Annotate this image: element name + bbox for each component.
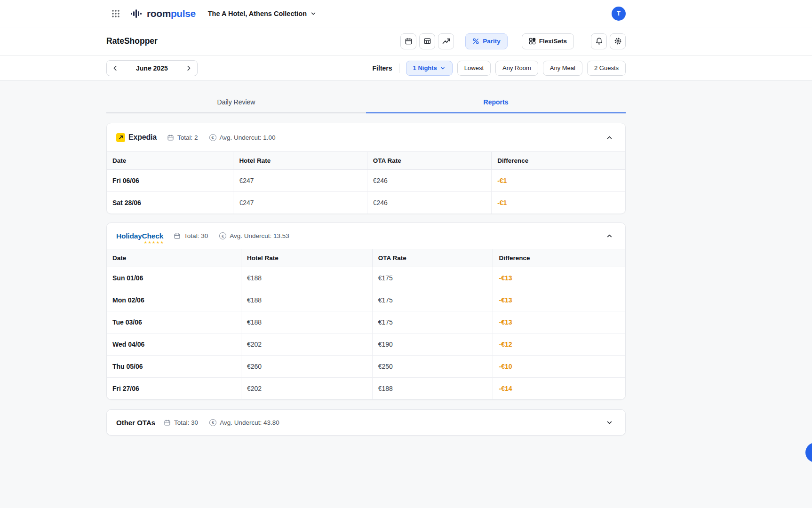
brand-logo[interactable]: roompulse xyxy=(130,8,196,19)
chevron-down-icon xyxy=(606,419,613,426)
date-cell: Tue 03/06 xyxy=(107,311,241,333)
column-header-hotel-rate: Hotel Rate xyxy=(241,249,372,267)
filter-bar: June 2025 Filters 1 Nights Lowest Any xyxy=(0,56,812,81)
date-cell: Fri 06/06 xyxy=(107,170,233,192)
hotel-selector[interactable]: The A Hotel, Athens Collection xyxy=(208,10,317,17)
expedia-card: Expedia Total: 2 € Avg. Undercut: 1.00 xyxy=(106,123,626,214)
settings-button[interactable] xyxy=(610,33,626,49)
table-icon xyxy=(423,37,431,45)
next-month-button[interactable] xyxy=(180,61,197,76)
chat-fab-button[interactable] xyxy=(805,443,812,462)
difference-cell: -€13 xyxy=(493,289,625,311)
chevron-down-icon xyxy=(310,10,317,17)
flexisets-label: FlexiSets xyxy=(539,38,567,45)
ota-rate-cell: €246 xyxy=(367,170,491,192)
table-row: Thu 05/06 €260 €250 -€10 xyxy=(107,356,625,378)
page-title: RateShopper xyxy=(106,36,158,46)
hotel-rate-cell: €247 xyxy=(233,192,367,214)
hotel-selector-label: The A Hotel, Athens Collection xyxy=(208,10,307,17)
total-label: Total: 30 xyxy=(184,232,208,239)
table-row: Sun 01/06 €188 €175 -€13 xyxy=(107,267,625,289)
filters-label: Filters xyxy=(373,64,392,72)
date-cell: Thu 05/06 xyxy=(107,356,241,378)
ota-rate-cell: €175 xyxy=(372,289,493,311)
hotel-rate-cell: €202 xyxy=(241,378,372,400)
total-label: Total: 30 xyxy=(174,419,198,426)
notifications-button[interactable] xyxy=(591,33,607,49)
any-room-filter-button[interactable]: Any Room xyxy=(495,61,538,76)
table-row: Wed 04/06 €202 €190 -€12 xyxy=(107,333,625,356)
gear-icon xyxy=(614,37,622,45)
calendar-icon xyxy=(174,232,181,239)
undercut-label: Avg. Undercut: 13.53 xyxy=(230,232,289,239)
hotel-rate-cell: €188 xyxy=(241,311,372,333)
difference-cell: -€1 xyxy=(492,192,625,214)
report-tabs: Daily Review Reports xyxy=(106,92,626,113)
tab-reports[interactable]: Reports xyxy=(366,92,626,113)
expedia-collapse-button[interactable] xyxy=(603,131,616,144)
guests-filter-button[interactable]: 2 Guests xyxy=(587,61,626,76)
lowest-filter-button[interactable]: Lowest xyxy=(457,61,491,76)
total-badge: Total: 30 xyxy=(164,419,198,426)
total-label: Total: 2 xyxy=(177,134,198,141)
other-otas-card: Other OTAs Total: 30 € Avg. Undercut: 43… xyxy=(106,409,626,436)
ota-rate-cell: €250 xyxy=(372,356,493,378)
hotel-rate-cell: €202 xyxy=(241,333,372,356)
calendar-icon xyxy=(167,134,174,141)
chevron-left-icon xyxy=(112,65,119,71)
filters-divider xyxy=(399,64,399,73)
parity-icon xyxy=(472,38,479,45)
month-navigator: June 2025 xyxy=(106,60,198,76)
table-row: Tue 03/06 €188 €175 -€13 xyxy=(107,311,625,333)
parity-button[interactable]: Parity xyxy=(465,33,508,49)
tab-daily-review[interactable]: Daily Review xyxy=(106,92,366,113)
table-view-button[interactable] xyxy=(419,33,435,49)
difference-cell: -€13 xyxy=(493,311,625,333)
other-otas-card-header: Other OTAs Total: 30 € Avg. Undercut: 43… xyxy=(107,410,625,435)
undercut-label: Avg. Undercut: 1.00 xyxy=(220,134,276,141)
app-grid-button[interactable] xyxy=(109,7,123,21)
chevron-down-icon xyxy=(440,65,446,71)
other-otas-title: Other OTAs xyxy=(116,419,155,427)
expedia-name: Expedia xyxy=(128,133,157,142)
chevron-right-icon xyxy=(185,65,192,71)
column-header-difference: Difference xyxy=(493,249,625,267)
flexisets-button[interactable]: FlexiSets xyxy=(522,33,574,49)
table-header-row: Date Hotel Rate OTA Rate Difference xyxy=(107,249,625,267)
date-cell: Wed 04/06 xyxy=(107,333,241,356)
calendar-icon xyxy=(164,419,171,426)
nights-filter-button[interactable]: 1 Nights xyxy=(406,61,453,76)
table-row: Fri 27/06 €202 €188 -€14 xyxy=(107,378,625,400)
trend-view-button[interactable] xyxy=(438,33,454,49)
calendar-icon xyxy=(405,37,413,45)
calendar-view-button[interactable] xyxy=(400,33,416,49)
expedia-rates-table: Date Hotel Rate OTA Rate Difference Fri … xyxy=(107,151,625,214)
difference-cell: -€13 xyxy=(493,267,625,289)
trend-chart-icon xyxy=(442,37,450,45)
holidaycheck-card: HolidayCheck ★★★★★ Total: 30 € Avg. Unde… xyxy=(106,222,626,400)
date-cell: Mon 02/06 xyxy=(107,289,241,311)
any-meal-filter-button[interactable]: Any Meal xyxy=(543,61,582,76)
difference-cell: -€1 xyxy=(492,170,625,192)
table-row: Fri 06/06 €247 €246 -€1 xyxy=(107,170,625,192)
hotel-rate-cell: €188 xyxy=(241,289,372,311)
prev-month-button[interactable] xyxy=(107,61,124,76)
hotel-rate-cell: €188 xyxy=(241,267,372,289)
ota-rate-cell: €188 xyxy=(372,378,493,400)
top-navigation-bar: roompulse The A Hotel, Athens Collection… xyxy=(0,0,812,27)
avatar-initial: T xyxy=(617,10,621,17)
difference-cell: -€12 xyxy=(493,333,625,356)
euro-icon: € xyxy=(209,419,216,426)
other-otas-expand-button[interactable] xyxy=(603,416,616,429)
column-header-hotel-rate: Hotel Rate xyxy=(233,152,367,170)
difference-cell: -€10 xyxy=(493,356,625,378)
hotel-rate-cell: €247 xyxy=(233,170,367,192)
column-header-difference: Difference xyxy=(492,152,625,170)
undercut-badge: € Avg. Undercut: 13.53 xyxy=(219,232,289,239)
user-avatar[interactable]: T xyxy=(612,7,626,21)
holidaycheck-collapse-button[interactable] xyxy=(603,230,616,243)
apps-grid-icon xyxy=(111,9,120,18)
holidaycheck-card-header: HolidayCheck ★★★★★ Total: 30 € Avg. Unde… xyxy=(107,223,625,249)
expedia-card-header: Expedia Total: 2 € Avg. Undercut: 1.00 xyxy=(107,123,625,151)
holidaycheck-rates-table: Date Hotel Rate OTA Rate Difference Sun … xyxy=(107,249,625,399)
